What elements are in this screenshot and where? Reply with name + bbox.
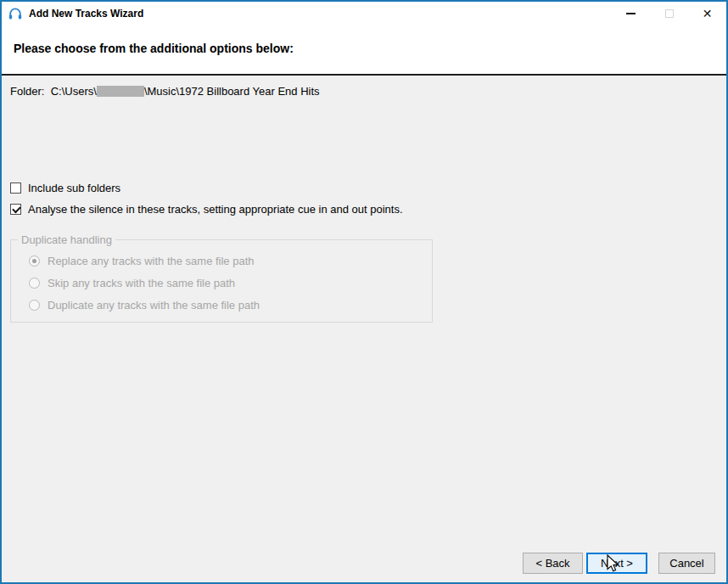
replace-tracks-radio	[29, 256, 40, 267]
replace-tracks-label: Replace any tracks with the same file pa…	[48, 255, 255, 267]
maximize-button	[650, 2, 688, 25]
folder-path-suffix: \Music\1972 Billboard Year End Hits	[144, 85, 320, 98]
cancel-button[interactable]: Cancel	[658, 553, 715, 574]
minimize-icon	[626, 13, 636, 14]
footer-buttons: < Back Next > Cancel	[523, 553, 715, 574]
minimize-button[interactable]	[612, 2, 650, 25]
headphones-icon	[8, 6, 23, 21]
maximize-icon	[665, 9, 674, 18]
duplicate-tracks-option: Duplicate any tracks with the same file …	[29, 299, 260, 312]
skip-tracks-label: Skip any tracks with the same file path	[48, 277, 235, 289]
folder-label: Folder:	[10, 85, 44, 98]
skip-tracks-radio	[29, 278, 40, 289]
header-area: Please choose from the additional option…	[2, 25, 726, 74]
title-bar: Add New Tracks Wizard ✕	[2, 2, 726, 25]
close-button[interactable]: ✕	[688, 2, 726, 25]
redacted-username-block	[97, 86, 144, 97]
back-button[interactable]: < Back	[523, 553, 583, 574]
folder-path: Folder: C:\Users\\Music\1972 Billboard Y…	[10, 85, 320, 98]
duplicate-handling-group: Duplicate handling Replace any tracks wi…	[10, 239, 433, 323]
duplicate-tracks-label: Duplicate any tracks with the same file …	[48, 299, 260, 312]
duplicate-handling-label: Duplicate handling	[18, 233, 115, 246]
content-area: Folder: C:\Users\\Music\1972 Billboard Y…	[2, 76, 726, 582]
next-button[interactable]: Next >	[586, 553, 647, 574]
instruction-text: Please choose from the additional option…	[14, 42, 726, 55]
skip-tracks-option: Skip any tracks with the same file path	[29, 277, 235, 289]
close-icon: ✕	[703, 8, 713, 20]
analyse-silence-checkbox[interactable]	[10, 204, 21, 215]
replace-tracks-option: Replace any tracks with the same file pa…	[29, 255, 255, 267]
include-subfolders-row[interactable]: Include sub folders	[10, 182, 120, 194]
duplicate-tracks-radio	[29, 300, 40, 311]
analyse-silence-row[interactable]: Analyse the silence in these tracks, set…	[10, 203, 403, 216]
folder-path-prefix: C:\Users\	[51, 85, 97, 98]
include-subfolders-checkbox[interactable]	[10, 182, 21, 194]
wizard-window: Add New Tracks Wizard ✕ Please choose fr…	[0, 0, 728, 584]
include-subfolders-label: Include sub folders	[28, 182, 120, 194]
window-title: Add New Tracks Wizard	[29, 8, 143, 20]
analyse-silence-label: Analyse the silence in these tracks, set…	[28, 203, 403, 216]
